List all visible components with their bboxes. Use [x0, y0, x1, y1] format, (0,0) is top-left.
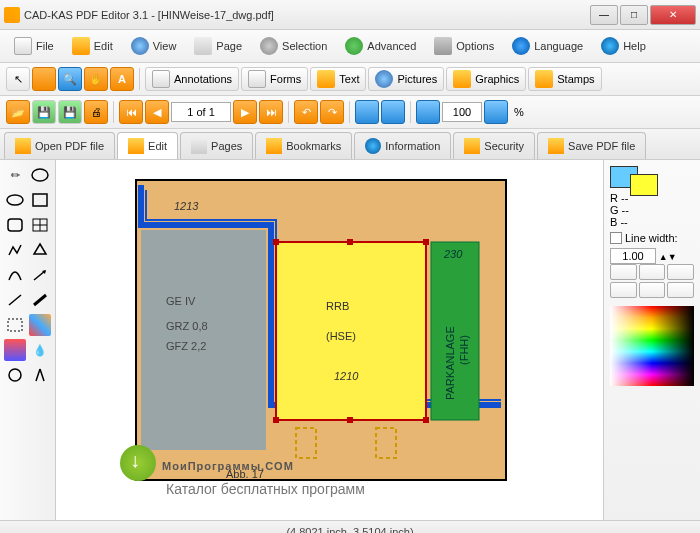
tab-bookmarks[interactable]: Bookmarks	[255, 132, 352, 159]
last-page-button[interactable]: ⏭	[259, 100, 283, 124]
color-swatches[interactable]	[610, 166, 694, 188]
dash-style-button[interactable]	[639, 264, 666, 280]
next-page-button[interactable]: ▶	[233, 100, 257, 124]
line-tool[interactable]	[4, 289, 26, 311]
fill-tool[interactable]	[29, 314, 51, 336]
dash-style-button[interactable]	[667, 264, 694, 280]
brush-tool[interactable]: ✏	[4, 164, 26, 186]
tab-pages[interactable]: Pages	[180, 132, 253, 159]
linewidth-input[interactable]	[610, 248, 656, 264]
window-title: CAD-KAS PDF Editor 3.1 - [HINWeise-17_dw…	[24, 9, 590, 21]
tool-button[interactable]	[32, 67, 56, 91]
menu-help[interactable]: Help	[593, 34, 654, 58]
zoom-out-button[interactable]	[416, 100, 440, 124]
dash-style-button[interactable]	[639, 282, 666, 298]
minimize-button[interactable]: —	[590, 5, 618, 25]
label-hse: (HSE)	[326, 330, 356, 342]
tab-info-label: Information	[385, 140, 440, 152]
eyedropper-tool[interactable]: 💧	[29, 339, 51, 361]
prev-page-button[interactable]: ◀	[145, 100, 169, 124]
forms-button[interactable]: Forms	[241, 67, 308, 91]
polygon-tool[interactable]	[29, 239, 51, 261]
stamps-label: Stamps	[557, 73, 594, 85]
menu-edit-label: Edit	[94, 40, 113, 52]
separator	[113, 101, 114, 123]
background-swatch[interactable]	[630, 174, 658, 196]
rounded-rect-tool[interactable]	[4, 214, 26, 236]
crop-tool[interactable]	[4, 364, 26, 386]
fit-page-button[interactable]	[381, 100, 405, 124]
menu-file[interactable]: File	[6, 34, 62, 58]
menu-page[interactable]: Page	[186, 34, 250, 58]
help-icon	[601, 37, 619, 55]
dash-style-button[interactable]	[667, 282, 694, 298]
page-input[interactable]	[171, 102, 231, 122]
annotations-button[interactable]: Annotations	[145, 67, 239, 91]
first-page-button[interactable]: ⏮	[119, 100, 143, 124]
svg-rect-21	[347, 239, 353, 245]
text-button[interactable]: Text	[310, 67, 366, 91]
tool-button[interactable]: 🔍	[58, 67, 82, 91]
undo-button[interactable]: ↶	[294, 100, 318, 124]
thick-line-tool[interactable]	[29, 289, 51, 311]
tab-edit[interactable]: Edit	[117, 132, 178, 159]
separator	[288, 101, 289, 123]
oval-tool[interactable]	[4, 189, 26, 211]
menu-view[interactable]: View	[123, 34, 185, 58]
zoom-input[interactable]	[442, 102, 482, 122]
maximize-button[interactable]: □	[620, 5, 648, 25]
gradient-tool[interactable]	[4, 339, 26, 361]
hand-tool-button[interactable]: ✋	[84, 67, 108, 91]
grid-tool[interactable]	[29, 214, 51, 236]
dash-style-button[interactable]	[610, 264, 637, 280]
open-button[interactable]: 📂	[6, 100, 30, 124]
graphics-button[interactable]: Graphics	[446, 67, 526, 91]
zoom-in-button[interactable]	[484, 100, 508, 124]
document-canvas[interactable]: 1213 GE IV GRZ 0,8 GFZ 2,2 RRB (HSE) 121…	[56, 160, 604, 520]
print-button[interactable]: 🖨	[84, 100, 108, 124]
menu-advanced[interactable]: Advanced	[337, 34, 424, 58]
save-button[interactable]: 💾	[32, 100, 56, 124]
close-button[interactable]: ✕	[650, 5, 696, 25]
svg-point-0	[32, 169, 48, 181]
label-park: PARKANLAGE	[444, 326, 456, 400]
marquee-tool[interactable]	[4, 314, 26, 336]
menu-help-label: Help	[623, 40, 646, 52]
linewidth-checkbox[interactable]	[610, 232, 622, 244]
svg-rect-18	[423, 239, 429, 245]
menu-selection[interactable]: Selection	[252, 34, 335, 58]
forms-icon	[248, 70, 266, 88]
compass-tool[interactable]	[29, 364, 51, 386]
dash-style-button[interactable]	[610, 282, 637, 298]
redo-button[interactable]: ↷	[320, 100, 344, 124]
fit-width-button[interactable]	[355, 100, 379, 124]
menu-language[interactable]: Language	[504, 34, 591, 58]
menu-options[interactable]: Options	[426, 34, 502, 58]
tab-security[interactable]: Security	[453, 132, 535, 159]
tab-information[interactable]: Information	[354, 132, 451, 159]
tab-save-pdf[interactable]: Save PDF file	[537, 132, 646, 159]
menu-options-label: Options	[456, 40, 494, 52]
svg-point-1	[7, 195, 23, 205]
arrow-tool[interactable]	[29, 264, 51, 286]
title-bar: CAD-KAS PDF Editor 3.1 - [HINWeise-17_dw…	[0, 0, 700, 30]
pictures-button[interactable]: Pictures	[368, 67, 444, 91]
rect-tool[interactable]	[29, 189, 51, 211]
text-tool-button[interactable]: A	[110, 67, 134, 91]
toolbar-nav: 📂 💾 💾 🖨 ⏮ ◀ ▶ ⏭ ↶ ↷ %	[0, 96, 700, 129]
stamps-button[interactable]: Stamps	[528, 67, 601, 91]
menu-edit[interactable]: Edit	[64, 34, 121, 58]
label-230: 230	[443, 248, 463, 260]
polyline-tool[interactable]	[4, 239, 26, 261]
options-icon	[434, 37, 452, 55]
edit-icon	[72, 37, 90, 55]
tab-open-pdf[interactable]: Open PDF file	[4, 132, 115, 159]
saveas-button[interactable]: 💾	[58, 100, 82, 124]
color-picker[interactable]	[610, 306, 694, 386]
linewidth-label: Line width:	[625, 232, 678, 244]
ellipse-tool[interactable]	[29, 164, 51, 186]
g-value: G --	[610, 204, 694, 216]
curve-tool[interactable]	[4, 264, 26, 286]
svg-line-10	[9, 295, 21, 305]
pointer-tool-button[interactable]: ↖	[6, 67, 30, 91]
